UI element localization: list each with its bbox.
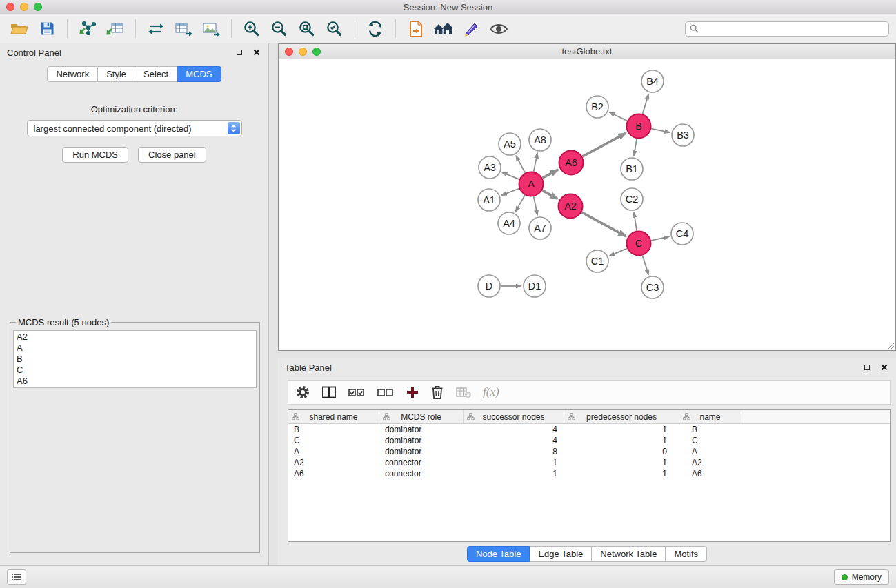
tab-style[interactable]: Style [98,66,135,82]
edge-A-A2[interactable] [542,190,557,199]
network-from-selection-button[interactable] [404,17,428,41]
close-panel-icon[interactable] [251,48,261,58]
node-C3[interactable]: C3 [641,276,664,298]
node-A[interactable]: A [519,172,544,196]
node-D[interactable]: D [478,275,500,297]
edge-B-B1[interactable] [634,139,637,156]
result-item[interactable]: C [17,365,253,376]
first-neighbors-button[interactable] [431,17,456,41]
result-item[interactable]: A2 [17,332,253,343]
delete-table-button[interactable] [455,385,472,399]
minimize-window-icon[interactable] [20,3,28,11]
column-header-shared-name[interactable]: shared name [288,410,379,423]
save-session-button[interactable] [34,17,59,41]
edge-C-C3[interactable] [643,256,649,275]
node-D1[interactable]: D1 [524,275,546,297]
edge-A-A7[interactable] [534,196,538,215]
close-network-window-icon[interactable] [285,48,293,56]
tab-network[interactable]: Network [47,66,98,82]
node-A3[interactable]: A3 [479,156,501,179]
edge-A6-B[interactable] [582,133,626,156]
close-window-icon[interactable] [6,3,14,11]
apply-style-button[interactable] [459,17,484,41]
split-view-button[interactable] [321,385,337,399]
import-table-button[interactable] [103,17,128,41]
close-table-panel-icon[interactable] [879,363,889,373]
zoom-out-button[interactable] [267,17,292,41]
search-input[interactable] [702,24,884,34]
node-A8[interactable]: A8 [529,129,551,151]
result-item[interactable]: B [17,354,253,365]
close-panel-button[interactable]: Close panel [138,147,206,163]
float-table-panel-icon[interactable] [862,363,872,373]
zoom-network-window-icon[interactable] [312,48,321,56]
tab-motifs[interactable]: Motifs [666,546,707,562]
node-A5[interactable]: A5 [499,133,521,155]
node-B2[interactable]: B2 [586,96,608,118]
edge-B-B4[interactable] [642,94,648,114]
table-row[interactable]: A6connector11A6 [288,468,890,479]
create-column-button[interactable] [406,385,419,399]
export-image-button[interactable] [199,17,223,41]
tab-edge-table[interactable]: Edge Table [530,546,592,562]
memory-button[interactable]: Memory [834,569,889,585]
node-A1[interactable]: A1 [478,189,500,211]
edge-C-C1[interactable] [609,248,627,256]
tab-network-table[interactable]: Network Table [592,546,666,562]
zoom-in-button[interactable] [239,17,264,41]
mcds-result-list[interactable]: A2ABCA6 [13,330,257,388]
node-A6[interactable]: A6 [559,151,584,175]
function-builder-button[interactable]: f(x) [483,385,499,399]
clone-network-button[interactable] [143,17,168,41]
float-panel-icon[interactable] [234,48,244,58]
result-item[interactable]: A6 [17,376,253,387]
node-A4[interactable]: A4 [498,212,520,234]
edge-A-A4[interactable] [515,195,525,212]
edge-A-A3[interactable] [502,172,519,179]
column-header-predecessor-nodes[interactable]: predecessor nodes [564,410,679,423]
panel-splitter[interactable] [278,351,896,358]
node-C4[interactable]: C4 [671,223,693,245]
edge-A2-C[interactable] [581,212,626,236]
zoom-selected-button[interactable] [322,17,347,41]
tab-node-table[interactable]: Node Table [467,546,530,562]
export-table-button[interactable] [171,17,196,41]
network-canvas[interactable]: B4B2BB3A5A8A6B1A3AA1C2A2A4A7C4CC1C3DD1 [279,59,895,350]
edge-A-A8[interactable] [534,153,538,172]
node-B[interactable]: B [627,114,651,139]
tab-mcds[interactable]: MCDS [177,66,221,82]
task-history-button[interactable] [7,569,26,585]
column-header-name[interactable]: name [679,410,741,423]
node-C1[interactable]: C1 [586,250,608,272]
edge-C-C4[interactable] [651,236,669,241]
node-C2[interactable]: C2 [621,188,643,210]
node-B3[interactable]: B3 [672,124,694,146]
column-header-successor-nodes[interactable]: successor nodes [464,410,564,423]
resize-grip-icon[interactable] [886,341,895,349]
search-box[interactable] [685,21,889,37]
show-all-columns-button[interactable] [348,385,366,399]
edge-B-B2[interactable] [609,112,627,121]
zoom-window-icon[interactable] [34,3,42,11]
edge-C-C2[interactable] [634,212,637,231]
table-row[interactable]: Cdominator41C [288,435,890,446]
hide-all-columns-button[interactable] [377,385,395,399]
delete-column-button[interactable] [430,385,444,400]
edge-A-A6[interactable] [542,170,558,178]
table-row[interactable]: A2connector11A2 [288,457,890,468]
minimize-network-window-icon[interactable] [299,48,307,56]
network-graph[interactable]: B4B2BB3A5A8A6B1A3AA1C2A2A4A7C4CC1C3DD1 [279,59,895,350]
node-B1[interactable]: B1 [621,158,643,180]
node-B4[interactable]: B4 [641,70,664,92]
column-header-MCDS-role[interactable]: MCDS role [379,410,464,423]
node-A2[interactable]: A2 [559,194,583,219]
refresh-view-button[interactable] [363,17,388,41]
run-mcds-button[interactable]: Run MCDS [62,147,128,163]
show-hide-details-button[interactable] [486,17,511,41]
edge-A-A5[interactable] [516,156,525,173]
result-item[interactable]: A [17,343,253,354]
node-C[interactable]: C [627,232,651,256]
edge-A-A1[interactable] [501,189,519,196]
import-network-button[interactable] [75,17,100,41]
edge-B-B3[interactable] [651,129,670,133]
